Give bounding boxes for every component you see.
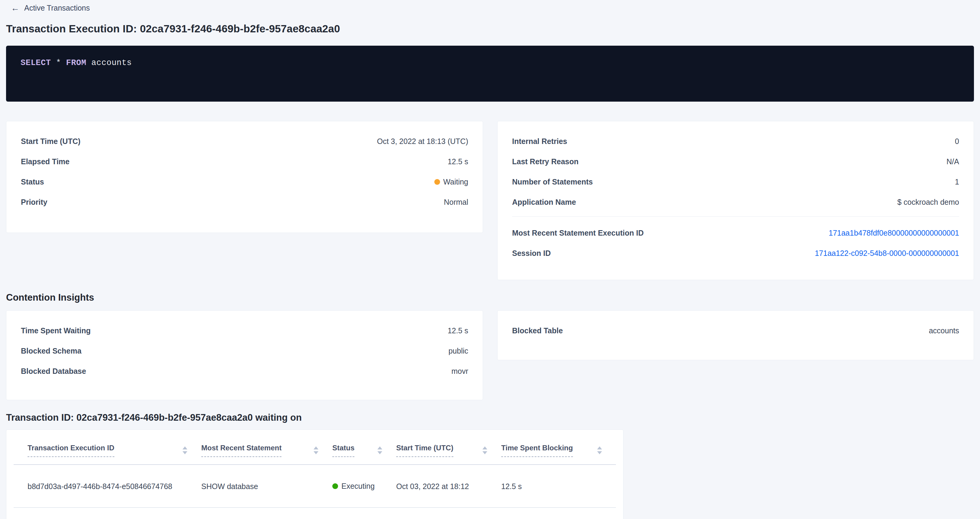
cell-most-recent-statement: SHOW database	[201, 465, 332, 508]
column-header-label: Start Time (UTC)	[396, 444, 453, 457]
column-header-time-spent-blocking[interactable]: Time Spent Blocking	[501, 430, 616, 465]
executing-status-dot-icon	[332, 483, 338, 489]
column-header-label: Transaction Execution ID	[27, 444, 115, 457]
summary-row-internal-retries: Internal Retries 0	[512, 135, 959, 147]
sql-table-identifier: accounts	[91, 59, 132, 67]
summary-row-statement-execution-id: Most Recent Statement Execution ID 171aa…	[512, 227, 959, 239]
last-retry-reason-value: N/A	[947, 157, 959, 166]
cell-time-spent-blocking: 12.5 s	[501, 465, 616, 508]
summary-row-number-of-statements: Number of Statements 1	[512, 176, 959, 188]
summary-cards-row: Start Time (UTC) Oct 3, 2022 at 18:13 (U…	[6, 121, 974, 280]
column-header-label: Status	[332, 444, 355, 457]
status-text: Waiting	[443, 178, 468, 186]
blocked-table-label: Blocked Table	[512, 326, 563, 335]
blocked-database-label: Blocked Database	[21, 367, 86, 376]
cell-status: Executing	[332, 465, 396, 508]
blocked-table-value: accounts	[929, 326, 959, 335]
sql-keyword-from: FROM	[66, 59, 86, 67]
number-of-statements-value: 1	[955, 178, 959, 186]
contention-row-blocked-database: Blocked Database movr	[21, 365, 468, 377]
internal-retries-value: 0	[955, 137, 959, 146]
column-header-transaction-execution-id[interactable]: Transaction Execution ID	[14, 430, 201, 465]
summary-row-session-id: Session ID 171aa122-c092-54b8-0000-00000…	[512, 247, 959, 259]
waiting-on-table: Transaction Execution ID Most Recent Sta…	[14, 430, 616, 508]
summary-row-priority: Priority Normal	[21, 196, 468, 208]
sql-keyword-select: SELECT	[21, 59, 51, 67]
start-time-value: Oct 3, 2022 at 18:13 (UTC)	[377, 137, 468, 146]
blocked-database-value: movr	[451, 367, 468, 376]
priority-label: Priority	[21, 198, 48, 206]
cell-transaction-execution-id: b8d7d03a-d497-446b-8474-e50846674768	[14, 465, 201, 508]
table-header-row: Transaction Execution ID Most Recent Sta…	[14, 430, 616, 465]
contention-card-right: Blocked Table accounts	[497, 310, 974, 360]
status-value: Waiting	[434, 178, 468, 186]
application-name-value: $ cockroach demo	[897, 198, 959, 206]
column-header-label: Time Spent Blocking	[501, 444, 573, 457]
blocked-schema-value: public	[449, 347, 468, 356]
contention-cards-row: Time Spent Waiting 12.5 s Blocked Schema…	[6, 310, 974, 400]
elapsed-time-label: Elapsed Time	[21, 157, 70, 166]
time-spent-waiting-value: 12.5 s	[448, 326, 468, 335]
waiting-status-dot-icon	[434, 179, 440, 185]
column-header-start-time[interactable]: Start Time (UTC)	[396, 430, 501, 465]
blocked-schema-label: Blocked Schema	[21, 347, 81, 356]
sql-star-operator: *	[56, 59, 61, 67]
sort-arrows-icon[interactable]	[597, 446, 602, 454]
internal-retries-label: Internal Retries	[512, 137, 567, 146]
cell-start-time: Oct 03, 2022 at 18:12	[396, 465, 501, 508]
contention-row-blocked-table: Blocked Table accounts	[512, 325, 959, 336]
back-arrow-icon: ←	[11, 4, 19, 13]
waiting-on-heading: Transaction ID: 02ca7931-f246-469b-b2fe-…	[6, 412, 974, 423]
summary-card-left: Start Time (UTC) Oct 3, 2022 at 18:13 (U…	[6, 121, 483, 233]
statement-execution-id-link[interactable]: 171aa1b478fdf0e80000000000000001	[829, 229, 959, 237]
column-header-label: Most Recent Statement	[201, 444, 282, 457]
application-name-label: Application Name	[512, 198, 576, 206]
sort-arrows-icon[interactable]	[482, 446, 487, 454]
sort-arrows-icon[interactable]	[377, 446, 382, 454]
table-row: b8d7d03a-d497-446b-8474-e50846674768 SHO…	[14, 465, 616, 508]
sort-arrows-icon[interactable]	[183, 446, 187, 454]
summary-row-start-time: Start Time (UTC) Oct 3, 2022 at 18:13 (U…	[21, 135, 468, 147]
card-divider	[512, 216, 959, 217]
contention-card-left: Time Spent Waiting 12.5 s Blocked Schema…	[6, 310, 483, 400]
contention-row-blocked-schema: Blocked Schema public	[21, 345, 468, 357]
page-title: Transaction Execution ID: 02ca7931-f246-…	[6, 23, 974, 35]
sort-arrows-icon[interactable]	[313, 446, 318, 454]
status-label: Status	[21, 178, 44, 186]
breadcrumb-label: Active Transactions	[24, 4, 90, 13]
contention-row-time-spent-waiting: Time Spent Waiting 12.5 s	[21, 325, 468, 336]
number-of-statements-label: Number of Statements	[512, 178, 593, 186]
priority-value: Normal	[444, 198, 468, 206]
column-header-status[interactable]: Status	[332, 430, 396, 465]
session-id-link[interactable]: 171aa122-c092-54b8-0000-000000000001	[815, 249, 959, 258]
summary-card-right: Internal Retries 0 Last Retry Reason N/A…	[497, 121, 974, 280]
active-transaction-details-page: ← Active Transactions Transaction Execut…	[0, 0, 980, 519]
time-spent-waiting-label: Time Spent Waiting	[21, 326, 91, 335]
cell-status-text: Executing	[341, 482, 375, 490]
summary-row-last-retry-reason: Last Retry Reason N/A	[512, 156, 959, 168]
sql-statement-box: SELECT * FROM accounts	[6, 46, 974, 102]
summary-row-elapsed-time: Elapsed Time 12.5 s	[21, 156, 468, 168]
column-header-most-recent-statement[interactable]: Most Recent Statement	[201, 430, 332, 465]
last-retry-reason-label: Last Retry Reason	[512, 157, 579, 166]
session-id-label: Session ID	[512, 249, 551, 258]
summary-row-application-name: Application Name $ cockroach demo	[512, 196, 959, 208]
waiting-on-table-card: Transaction Execution ID Most Recent Sta…	[6, 430, 624, 519]
statement-execution-id-label: Most Recent Statement Execution ID	[512, 229, 644, 237]
back-link-active-transactions[interactable]: ← Active Transactions	[11, 4, 90, 13]
summary-row-status: Status Waiting	[21, 176, 468, 188]
contention-insights-heading: Contention Insights	[6, 292, 974, 303]
start-time-label: Start Time (UTC)	[21, 137, 81, 146]
elapsed-time-value: 12.5 s	[448, 157, 468, 166]
